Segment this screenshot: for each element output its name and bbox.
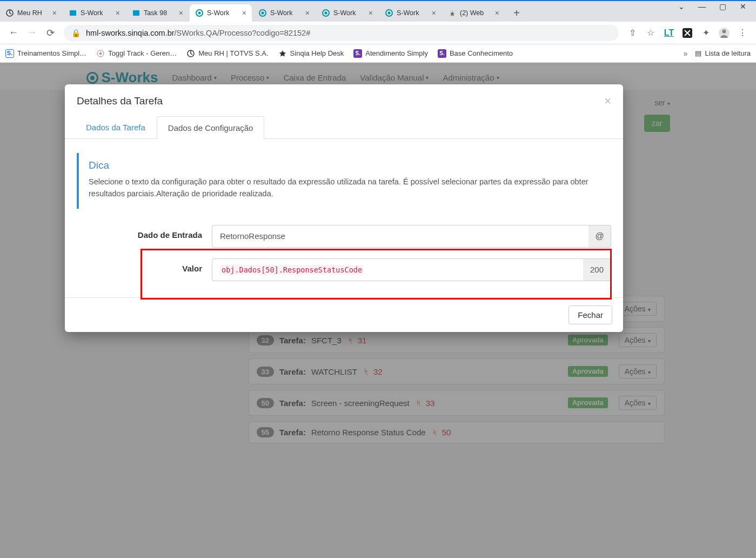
favicon-icon — [132, 9, 141, 17]
url-domain: hml-sworks.sinqia.com.br — [86, 29, 175, 37]
minimize-icon[interactable]: — — [697, 2, 707, 11]
bookmark[interactable]: S.Treinamentos Simpl… — [5, 49, 86, 58]
close-icon[interactable]: × — [495, 9, 499, 17]
modal-dialog: Detalhes da Tarefa × Dados da Tarefa Dad… — [65, 84, 623, 332]
close-icon[interactable]: × — [242, 9, 246, 17]
tab-title: (2) Web — [460, 9, 493, 17]
url-path: /SWorks.QA/Processo?codigo=82152# — [175, 29, 311, 37]
svg-point-16 — [99, 52, 102, 55]
tab-title: S-Work — [207, 9, 240, 17]
bookmark[interactable]: S.Atendimento Simply — [353, 49, 428, 58]
ext2-icon[interactable] — [681, 27, 693, 39]
back-button[interactable]: ← — [4, 24, 23, 42]
tab-title: S-Work — [397, 9, 430, 17]
hint-title: Dica — [89, 160, 601, 171]
close-button[interactable]: Fechar — [568, 305, 612, 324]
maximize-icon[interactable]: ▢ — [717, 2, 728, 11]
close-icon[interactable]: × — [369, 9, 373, 17]
browser-tab[interactable]: S-Work × — [63, 4, 125, 22]
url-input[interactable]: 🔒 hml-sworks.sinqia.com.br/SWorks.QA/Pro… — [64, 25, 619, 41]
form-row-valor: Valor obj.Dados[50].ResponseStatusCode 2… — [77, 258, 611, 281]
favicon-icon — [195, 9, 204, 17]
extensions-icon[interactable]: ✦ — [700, 27, 712, 39]
close-icon[interactable]: × — [604, 94, 611, 108]
favicon-icon — [385, 9, 393, 17]
valor-result-badge: 200 — [583, 258, 611, 281]
label-dado-entrada: Dado de Entrada — [77, 225, 212, 248]
chevron-down-icon[interactable]: ⌄ — [676, 2, 687, 11]
svg-point-6 — [262, 12, 264, 15]
close-icon[interactable]: × — [305, 9, 310, 17]
modal-tabs: Dados da Tarefa Dados de Configuração — [65, 116, 623, 139]
menu-icon[interactable]: ⋮ — [737, 27, 748, 39]
tab-dados-config[interactable]: Dados de Configuração — [157, 116, 265, 139]
profile-icon[interactable] — [718, 27, 730, 39]
dado-entrada-field[interactable]: RetornoResponse — [212, 225, 588, 248]
bookmark[interactable]: S.Base Conhecimento — [438, 49, 513, 58]
close-icon[interactable]: × — [432, 9, 436, 17]
share-icon[interactable]: ⇧ — [626, 27, 638, 39]
browser-tab[interactable]: Meu RH × — [0, 4, 62, 22]
browser-tab[interactable]: (2) Web × — [443, 4, 505, 22]
tab-title: S-Work — [81, 9, 113, 17]
svg-point-8 — [325, 12, 327, 15]
tab-title: S-Work — [333, 9, 366, 17]
svg-point-14 — [722, 29, 726, 33]
bookmarks-more-icon[interactable]: » — [684, 49, 688, 58]
svg-rect-1 — [70, 10, 76, 16]
close-icon[interactable]: × — [52, 9, 57, 17]
tab-title: Task 98 — [144, 9, 177, 17]
bookmark[interactable]: Toggl Track - Geren… — [96, 49, 177, 58]
favicon-icon — [258, 9, 267, 17]
svg-point-10 — [388, 12, 391, 15]
bookmarks-bar: S.Treinamentos Simpl… Toggl Track - Gere… — [0, 44, 756, 63]
window-controls: ⌄ — ▢ ✕ — [676, 2, 756, 11]
modal-title: Detalhes da Tarefa — [77, 95, 163, 107]
favicon-icon — [69, 9, 77, 17]
close-icon[interactable]: × — [179, 9, 183, 17]
favicon-icon — [322, 9, 330, 17]
hint-body: Selecione o texto da configuração para o… — [89, 176, 601, 200]
bookmark[interactable]: Sinqia Help Desk — [278, 49, 344, 58]
address-bar: ← → ⟳ 🔒 hml-sworks.sinqia.com.br/SWorks.… — [0, 22, 756, 44]
lock-icon: 🔒 — [71, 29, 81, 37]
svg-point-4 — [198, 12, 201, 15]
tab-dados-tarefa[interactable]: Dados da Tarefa — [75, 116, 157, 138]
close-icon[interactable]: × — [116, 9, 120, 17]
browser-tab[interactable]: S-Work × — [379, 4, 441, 22]
valor-field[interactable]: obj.Dados[50].ResponseStatusCode — [212, 258, 583, 281]
star-icon[interactable]: ☆ — [645, 27, 657, 39]
reading-list-icon: ▤ — [695, 49, 701, 57]
favicon-icon — [448, 9, 457, 17]
tab-title: Meu RH — [17, 9, 50, 17]
label-valor: Valor — [77, 258, 212, 281]
at-suffix-button[interactable]: @ — [588, 225, 611, 248]
ext-icon[interactable]: LT — [663, 27, 675, 39]
forward-button[interactable]: → — [23, 24, 41, 42]
browser-tab[interactable]: S-Work × — [316, 4, 378, 22]
tab-title: S-Work — [270, 9, 303, 17]
favicon-icon — [5, 9, 14, 17]
bookmark[interactable]: Meu RH | TOTVS S.A. — [186, 49, 268, 58]
browser-tab-bar: Meu RH × S-Work × Task 98 × S-Work × S-W… — [0, 1, 756, 22]
reading-list[interactable]: ▤Lista de leitura — [695, 49, 751, 57]
hint-box: Dica Selecione o texto da configuração p… — [77, 153, 611, 209]
form-row-dado: Dado de Entrada RetornoResponse @ — [77, 225, 611, 248]
svg-rect-2 — [133, 10, 139, 16]
browser-tab[interactable]: Task 98 × — [126, 4, 189, 22]
browser-tab[interactable]: S-Work × — [253, 4, 315, 22]
new-tab-button[interactable]: + — [509, 5, 524, 21]
browser-tab-active[interactable]: S-Work × — [190, 4, 252, 22]
close-window-icon[interactable]: ✕ — [738, 2, 748, 11]
reload-button[interactable]: ⟳ — [41, 24, 59, 42]
